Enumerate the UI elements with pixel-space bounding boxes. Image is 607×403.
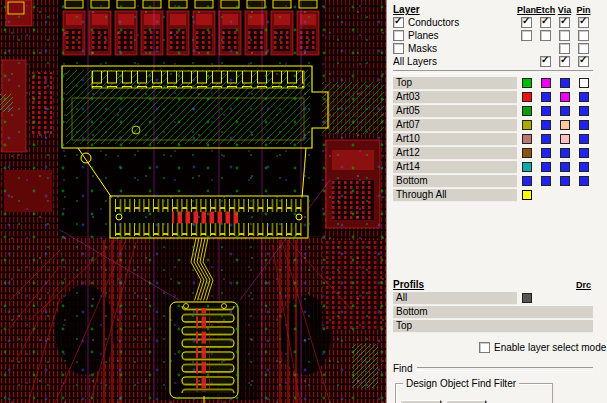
profile-label[interactable]: Bottom — [393, 306, 593, 319]
find-section-header: Find — [393, 363, 593, 374]
layer-label[interactable]: Art10 — [393, 133, 517, 146]
drc-color-swatch[interactable] — [522, 293, 532, 303]
profile-row-bottom: Bottom — [393, 305, 607, 319]
via-color-swatch[interactable] — [560, 120, 570, 130]
visibility-panel: Layer Plan Etch Via Pin Conductors Plane… — [386, 0, 607, 403]
layer-color-swatch[interactable] — [522, 78, 532, 88]
layer-header: Layer — [393, 4, 420, 15]
masks-checkbox[interactable] — [393, 43, 404, 54]
layer-label[interactable]: Bottom — [393, 175, 517, 188]
layer-label[interactable]: Top — [393, 77, 517, 90]
layer-row-through-all: Through All — [393, 188, 607, 202]
pin-color-swatch[interactable] — [579, 106, 589, 116]
via-color-swatch[interactable] — [560, 162, 570, 172]
pin-color-swatch[interactable] — [579, 120, 589, 130]
pin-color-swatch[interactable] — [579, 134, 589, 144]
layer-color-swatch[interactable] — [522, 134, 532, 144]
layer-row-art12: Art12 — [393, 146, 607, 160]
layer-color-swatch[interactable] — [522, 190, 532, 200]
group-row-masks: Masks — [393, 42, 607, 55]
group-row-planes: Planes — [393, 29, 607, 42]
pcb-canvas[interactable] — [0, 0, 386, 403]
etch-color-swatch[interactable] — [541, 148, 551, 158]
drc-column-header: Drc — [576, 280, 591, 290]
layer-label[interactable]: Art14 — [393, 161, 517, 174]
profile-row-all: All — [393, 291, 607, 305]
via-color-swatch[interactable] — [560, 176, 570, 186]
masks-pin-checkbox[interactable] — [578, 43, 589, 54]
planes-etch-checkbox[interactable] — [540, 30, 551, 41]
profile-label[interactable]: All — [393, 292, 517, 305]
profile-label[interactable]: Top — [393, 320, 593, 333]
layer-label[interactable]: Art12 — [393, 147, 517, 160]
profile-header: Profils — [393, 279, 424, 290]
planes-via-checkbox[interactable] — [559, 30, 570, 41]
via-color-swatch[interactable] — [560, 134, 570, 144]
layer-color-swatch[interactable] — [522, 106, 532, 116]
etch-color-swatch[interactable] — [541, 92, 551, 102]
conductors-via-checkbox[interactable] — [559, 17, 570, 28]
layer-row-art10: Art10 — [393, 132, 607, 146]
via-dots — [0, 0, 386, 403]
conductors-pin-checkbox[interactable] — [578, 17, 589, 28]
all-layers-via-checkbox[interactable] — [559, 56, 570, 67]
etch-color-swatch[interactable] — [541, 176, 551, 186]
via-color-swatch[interactable] — [560, 92, 570, 102]
profile-row-top: Top — [393, 319, 607, 333]
layer-label[interactable]: Art05 — [393, 105, 517, 118]
conductors-checkbox[interactable] — [393, 17, 404, 28]
via-color-swatch[interactable] — [560, 148, 570, 158]
group-row-conductors: Conductors — [393, 16, 607, 29]
conductors-plan-checkbox[interactable] — [521, 17, 532, 28]
all-layers-etch-checkbox[interactable] — [540, 56, 551, 67]
column-header-via: Via — [558, 5, 571, 15]
etch-color-swatch[interactable] — [541, 120, 551, 130]
layer-color-swatch[interactable] — [522, 92, 532, 102]
planes-pin-checkbox[interactable] — [578, 30, 589, 41]
pin-color-swatch[interactable] — [579, 92, 589, 102]
via-color-swatch[interactable] — [560, 78, 570, 88]
design-object-find-filter-group: Design Object Find Filter All On All Off — [395, 383, 553, 403]
layer-color-swatch[interactable] — [522, 120, 532, 130]
find-label: Find — [393, 363, 412, 374]
via-color-swatch[interactable] — [560, 106, 570, 116]
conductors-etch-checkbox[interactable] — [540, 17, 551, 28]
etch-color-swatch[interactable] — [541, 78, 551, 88]
pin-color-swatch[interactable] — [579, 162, 589, 172]
pin-color-swatch[interactable] — [579, 78, 589, 88]
layer-label[interactable]: Art03 — [393, 91, 517, 104]
layer-row-art03: Art03 — [393, 90, 607, 104]
pin-color-swatch[interactable] — [579, 148, 589, 158]
etch-color-swatch[interactable] — [541, 162, 551, 172]
layer-color-swatch[interactable] — [522, 176, 532, 186]
layer-row-art14: Art14 — [393, 160, 607, 174]
etch-color-swatch[interactable] — [541, 106, 551, 116]
pcb-editor-window: Layer Plan Etch Via Pin Conductors Plane… — [0, 0, 607, 403]
pcb-view[interactable] — [0, 0, 386, 403]
layer-label[interactable]: Through All — [393, 189, 517, 202]
column-header-plan: Plan — [517, 5, 536, 15]
enable-layer-select-row: Enable layer select mode — [479, 340, 607, 354]
layer-label[interactable]: Art07 — [393, 119, 517, 132]
section-divider — [393, 70, 593, 74]
group-row-all-layers: All Layers — [393, 55, 607, 68]
planes-plan-checkbox[interactable] — [521, 30, 532, 41]
conductors-label: Conductors — [408, 17, 459, 28]
etch-color-swatch[interactable] — [541, 134, 551, 144]
column-header-pin: Pin — [576, 5, 590, 15]
layer-row-art07: Art07 — [393, 118, 607, 132]
masks-via-checkbox[interactable] — [559, 43, 570, 54]
planes-label: Planes — [408, 30, 439, 41]
find-filter-group-label: Design Object Find Filter — [403, 378, 519, 389]
pin-color-swatch[interactable] — [579, 176, 589, 186]
enable-layer-select-label: Enable layer select mode — [494, 342, 606, 353]
layer-row-top: Top — [393, 76, 607, 90]
planes-checkbox[interactable] — [393, 30, 404, 41]
layer-color-swatch[interactable] — [522, 162, 532, 172]
layer-row-bottom: Bottom — [393, 174, 607, 188]
column-header-etch: Etch — [536, 5, 556, 15]
enable-layer-select-checkbox[interactable] — [479, 342, 490, 353]
all-layers-pin-checkbox[interactable] — [578, 56, 589, 67]
layer-color-swatch[interactable] — [522, 148, 532, 158]
panel-spacer — [393, 202, 607, 278]
